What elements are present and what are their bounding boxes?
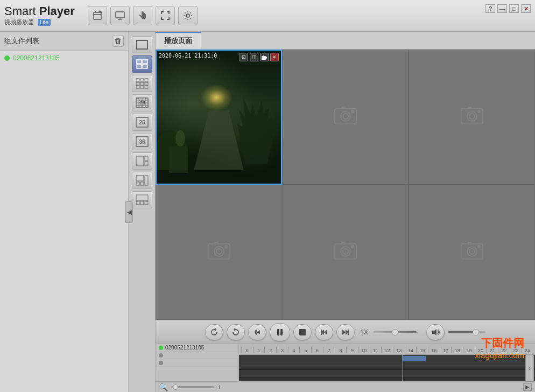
- tick-3: 3: [276, 347, 288, 353]
- layout-1x1-button[interactable]: [132, 36, 152, 53]
- tab-bar: 播放页面: [156, 32, 535, 50]
- svg-rect-5: [143, 60, 147, 64]
- video-overlay-controls: ⊡ ◫ ✕: [240, 53, 279, 61]
- tick-13: 13: [393, 347, 405, 353]
- video-snapshot-btn[interactable]: ◫: [250, 53, 258, 61]
- timeline-area: 0200621213105 0 1: [156, 344, 535, 392]
- layout-custom3-button[interactable]: [132, 191, 152, 208]
- layout-custom2-button[interactable]: [132, 172, 152, 189]
- sidebar-item[interactable]: 0200621213105: [2, 53, 126, 64]
- minimize-button[interactable]: —: [497, 4, 507, 13]
- title-player: Player: [36, 4, 75, 18]
- speed-slider-thumb[interactable]: [392, 329, 398, 335]
- volume-slider[interactable]: [448, 331, 485, 333]
- video-close-btn[interactable]: ✕: [270, 53, 279, 61]
- timeline-track-1: [239, 355, 535, 362]
- sidebar-delete-button[interactable]: [112, 35, 124, 47]
- svg-point-45: [351, 110, 354, 113]
- playback-controls: 1X: [156, 320, 535, 344]
- channel-dot-empty: [159, 353, 163, 358]
- timeline-ruler[interactable]: 0 1 2 3 4 5 6 7 8 9 10 11 12: [239, 344, 535, 355]
- svg-rect-29: [136, 156, 144, 166]
- help-button[interactable]: ?: [485, 4, 495, 13]
- content-area: 播放页面 2020-06: [156, 32, 535, 392]
- tick-12: 12: [381, 347, 393, 353]
- video-monitor-btn[interactable]: ⊡: [240, 53, 248, 61]
- video-cell-2[interactable]: [282, 50, 409, 185]
- channel-name: 0200621213105: [165, 345, 204, 351]
- close-button[interactable]: ✕: [521, 4, 531, 13]
- add-file-button[interactable]: [88, 6, 107, 25]
- svg-rect-30: [145, 156, 148, 160]
- video-scene: [157, 51, 281, 184]
- layout-2x2-button[interactable]: [132, 55, 152, 73]
- zoom-minus-button[interactable]: 🔍: [159, 383, 168, 391]
- timeline-scroll-right-button[interactable]: ›: [525, 355, 534, 382]
- volume-thumb[interactable]: [473, 329, 479, 335]
- video-cell-3[interactable]: [409, 50, 535, 185]
- svg-point-56: [343, 249, 348, 254]
- sidebar-list: 0200621213105: [0, 51, 128, 392]
- svg-rect-62: [277, 329, 279, 335]
- scene-structure: [169, 146, 188, 173]
- fit-screen-button[interactable]: [156, 6, 175, 25]
- layout-36-button[interactable]: 36: [132, 133, 152, 150]
- svg-rect-14: [136, 86, 139, 88]
- app-subtitle: 视频播放器 Lite: [4, 18, 75, 26]
- pause-button[interactable]: [270, 323, 290, 341]
- next-frame-button[interactable]: [336, 324, 355, 340]
- tick-23: 23: [510, 347, 522, 353]
- timeline-scroll-button[interactable]: ▶: [523, 383, 532, 391]
- svg-rect-39: [145, 201, 148, 205]
- track-data-1: [402, 356, 426, 361]
- tab-playback[interactable]: 播放页面: [156, 32, 201, 49]
- rewind-button[interactable]: [248, 324, 266, 340]
- ruler-ticks: 0 1 2 3 4 5 6 7 8 9 10 11 12: [241, 347, 533, 353]
- layout-custom1-button[interactable]: [132, 152, 152, 170]
- svg-point-48: [469, 114, 475, 119]
- zoom-plus-button[interactable]: +: [217, 383, 221, 391]
- layout-4x4-button[interactable]: 25: [132, 94, 152, 111]
- main-layout: 组文件列表 0200621213105 ◀: [0, 32, 535, 392]
- window-controls: ? — □ ✕: [485, 4, 531, 13]
- reverse-loop-button[interactable]: [205, 324, 223, 340]
- svg-rect-33: [136, 182, 139, 185]
- hand-tool-button[interactable]: [133, 6, 152, 25]
- svg-text:36: 36: [139, 138, 145, 145]
- timeline-channels: 0200621213105: [156, 344, 239, 381]
- restore-button[interactable]: □: [509, 4, 519, 13]
- svg-rect-36: [136, 195, 148, 200]
- sidebar-title: 组文件列表: [4, 36, 39, 46]
- video-cell-4[interactable]: [156, 185, 282, 320]
- video-cell-1[interactable]: 2020-06-21 21:31:0 ⊡ ◫: [156, 50, 282, 185]
- layout-3x3-button[interactable]: [132, 75, 152, 92]
- svg-rect-16: [145, 86, 148, 88]
- forward-loop-button[interactable]: [227, 324, 245, 340]
- channel-status-dot: [4, 55, 10, 61]
- svg-rect-64: [299, 329, 306, 335]
- layout-25-button[interactable]: 25: [132, 114, 152, 131]
- display-mode-button[interactable]: [110, 6, 130, 25]
- volume-button[interactable]: [426, 324, 445, 340]
- settings-button[interactable]: [178, 6, 198, 25]
- svg-rect-3: [137, 40, 147, 49]
- svg-point-60: [469, 249, 475, 254]
- title-bar: Smart Player 视频播放器 Lite: [0, 0, 535, 32]
- timeline-main: 0200621213105 0 1: [156, 344, 535, 381]
- prev-frame-button[interactable]: [315, 324, 333, 340]
- svg-rect-1: [116, 12, 124, 18]
- speed-slider[interactable]: [374, 331, 417, 333]
- video-camera-btn[interactable]: [260, 53, 269, 61]
- title-smart: Smart: [4, 4, 36, 18]
- stop-button[interactable]: [293, 324, 312, 340]
- zoom-slider[interactable]: [171, 386, 214, 388]
- svg-marker-71: [432, 329, 437, 335]
- timeline-tracks[interactable]: [239, 355, 535, 381]
- svg-rect-32: [136, 176, 144, 181]
- video-cell-5[interactable]: [282, 185, 409, 320]
- sidebar-collapse-button[interactable]: ◀: [125, 201, 133, 223]
- zoom-thumb[interactable]: [173, 384, 178, 390]
- video-cell-6[interactable]: [409, 185, 535, 320]
- video-grid: 2020-06-21 21:31:0 ⊡ ◫: [156, 50, 535, 320]
- svg-rect-9: [140, 79, 144, 81]
